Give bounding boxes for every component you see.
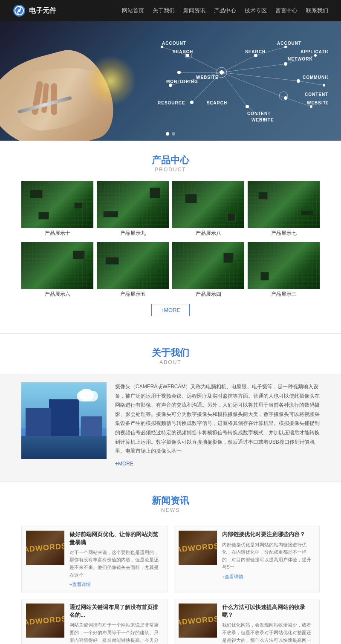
svg-line-14: [298, 81, 324, 85]
svg-point-31: [310, 105, 312, 108]
svg-point-29: [314, 54, 317, 57]
svg-point-22: [297, 79, 300, 83]
product-item-3[interactable]: 产品展示八: [172, 181, 244, 239]
svg-text:CONTENT: CONTENT: [247, 111, 271, 116]
about-image: [21, 382, 107, 459]
product-item-8[interactable]: 产品展示三: [248, 242, 320, 300]
news-more-1[interactable]: +查看详情: [69, 581, 163, 588]
product-item-4[interactable]: 产品展示七: [248, 181, 320, 239]
nav-about[interactable]: 关于我们: [153, 7, 175, 14]
products-section: 产品中心 PRODUCT 产品展示十 产品展示九: [0, 141, 341, 333]
svg-point-33: [161, 46, 163, 48]
products-heading: 产品中心: [0, 154, 341, 167]
news-img-3: ADWORDS: [26, 604, 64, 638]
product-item-7[interactable]: 产品展示四: [172, 242, 244, 300]
nav-news[interactable]: 新闻资讯: [183, 7, 205, 14]
product-img-4: [248, 181, 320, 228]
news-more-2[interactable]: +查看详情: [222, 574, 315, 580]
product-img-3: [172, 181, 244, 228]
product-item-6[interactable]: 产品展示五: [97, 242, 169, 300]
products-sub: PRODUCT: [0, 167, 341, 173]
logo-icon: [13, 4, 26, 17]
products-row-1: 产品展示十 产品展示九 产品展示八: [21, 181, 320, 239]
product-label-1: 产品展示十: [21, 228, 93, 239]
product-label-4: 产品展示七: [248, 228, 320, 239]
svg-text:COMMUNICATION: COMMUNICATION: [303, 75, 328, 80]
news-desc-2: 内部链接优化是对网站的站内链接进行优化，在内链优化中，分配权重都是不一样的，对目…: [222, 541, 315, 571]
news-items: ADWORDS 做好前端网页优化、让你的网站浏览量暴满 对于一个网站来说，这个要…: [21, 526, 320, 644]
svg-point-28: [284, 46, 287, 48]
news-heading: 新闻资讯: [0, 494, 341, 507]
about-heading: 关于我们: [0, 347, 341, 359]
svg-text:RESOURCE: RESOURCE: [158, 101, 185, 105]
news-desc-3: 网站关键词排有对于一个网站来说是非常重要的，一个好的布局等于一个好的建筑。只要内…: [69, 621, 163, 644]
news-title-2: 内部链接优化时要注意哪些内容？: [222, 531, 315, 538]
svg-point-25: [190, 101, 194, 104]
svg-text:ACCOUNT: ACCOUNT: [162, 41, 186, 46]
hero-glow: [85, 55, 136, 107]
svg-text:MONITORING: MONITORING: [166, 79, 198, 84]
about-description: 摄像头（CAMERA或WEBCAM）又称为电脑相机、电脑眼、电子摄等，是一种视频…: [115, 382, 320, 456]
logo[interactable]: 电子元件: [13, 4, 56, 17]
product-img-7: [172, 242, 244, 289]
news-img-4: ADWORDS: [179, 604, 217, 638]
nav-contact[interactable]: 联系我们: [306, 7, 328, 14]
hero-dots: [166, 132, 175, 136]
product-item-5[interactable]: 产品展示六: [21, 242, 93, 300]
svg-line-5: [222, 64, 286, 72]
svg-line-6: [222, 72, 298, 81]
about-text: 摄像头（CAMERA或WEBCAM）又称为电脑相机、电脑眼、电子摄等，是一种视频…: [115, 382, 320, 468]
product-label-7: 产品展示四: [172, 289, 244, 300]
svg-point-18: [220, 70, 224, 75]
news-item-2: ADWORDS 内部链接优化时要注意哪些内容？ 内部链接优化是对网站的站内链接进…: [174, 526, 320, 592]
products-more-button[interactable]: +MORE: [151, 304, 190, 316]
news-desc-4: 我们优化网站，会发现网站收录减少，或者不收录，但是不收录对于网站优化对整面还是是…: [222, 621, 315, 644]
header: 电子元件 网站首页 关于我们 新闻资讯 产品中心 技术专区 留言中心 联系我们: [0, 0, 341, 21]
nav-message[interactable]: 留言中心: [275, 7, 298, 14]
svg-point-23: [284, 96, 287, 100]
dot-1[interactable]: [166, 132, 169, 136]
nav-home[interactable]: 网站首页: [122, 7, 144, 14]
products-title: 产品中心 PRODUCT: [0, 141, 341, 181]
svg-text:SEARCH: SEARCH: [207, 101, 227, 105]
svg-line-4: [222, 55, 256, 72]
product-img-2: [97, 181, 169, 228]
product-label-8: 产品展示三: [248, 289, 320, 300]
svg-text:WEBSITE: WEBSITE: [196, 75, 219, 80]
logo-text: 电子元件: [29, 6, 56, 15]
svg-point-24: [246, 105, 249, 108]
product-item-2[interactable]: 产品展示九: [97, 181, 169, 239]
svg-point-20: [254, 54, 257, 57]
svg-point-19: [186, 54, 189, 57]
about-sub: ABOUT: [0, 359, 341, 365]
hero-network: SEARCH ACCOUNT SEARCH ACCOUNT NETWORK AP…: [136, 30, 328, 132]
news-content-1: 做好前端网页优化、让你的网站浏览量暴满 对于一个网站来说，这个要刚也是适用的，那…: [69, 531, 163, 588]
svg-text:NETWORK: NETWORK: [288, 57, 313, 61]
products-row-2: 产品展示六 产品展示五 产品展示四: [21, 242, 320, 300]
news-title: 新闻资讯 NEWS: [0, 482, 341, 522]
product-label-2: 产品展示九: [97, 228, 169, 239]
news-sub: NEWS: [0, 507, 341, 513]
product-label-6: 产品展示五: [97, 289, 169, 300]
news-item-4: ADWORDS 什么方法可以快速提高网站的收录呢？ 我们优化网站，会发现网站收录…: [174, 599, 320, 644]
about-title: 关于我们 ABOUT: [0, 334, 341, 374]
product-label-5: 产品展示六: [21, 289, 93, 300]
about-section: 关于我们 ABOUT 摄像头（CAMERA或WEBCAM）又称为电脑相机、电脑眼…: [0, 333, 341, 481]
about-content-area: 摄像头（CAMERA或WEBCAM）又称为电脑相机、电脑眼、电子摄等，是一种视频…: [0, 374, 341, 481]
svg-text:APPLICATION: APPLICATION: [301, 49, 328, 54]
svg-text:WEBSITE: WEBSITE: [307, 101, 328, 105]
svg-line-3: [188, 55, 222, 72]
nav-tech[interactable]: 技术专区: [245, 7, 267, 14]
news-grid: ADWORDS 做好前端网页优化、让你的网站浏览量暴满 对于一个网站来说，这个要…: [0, 522, 341, 644]
news-item-1: ADWORDS 做好前端网页优化、让你的网站浏览量暴满 对于一个网站来说，这个要…: [21, 526, 168, 592]
news-desc-1: 对于一个网站来说，这个要刚也是适用的，那你有没有丰富有价值的内容，但是流量还是不…: [69, 549, 163, 579]
product-img-8: [248, 242, 320, 289]
product-img-1: [21, 181, 93, 228]
dot-2[interactable]: [172, 132, 175, 136]
svg-text:WEBSITE: WEBSITE: [251, 118, 274, 122]
product-img-5: [21, 242, 93, 289]
news-title-1: 做好前端网页优化、让你的网站浏览量暴满: [69, 531, 163, 546]
about-more-link[interactable]: +MORE: [115, 459, 320, 469]
nav-products[interactable]: 产品中心: [214, 7, 236, 14]
product-item-1[interactable]: 产品展示十: [21, 181, 93, 239]
